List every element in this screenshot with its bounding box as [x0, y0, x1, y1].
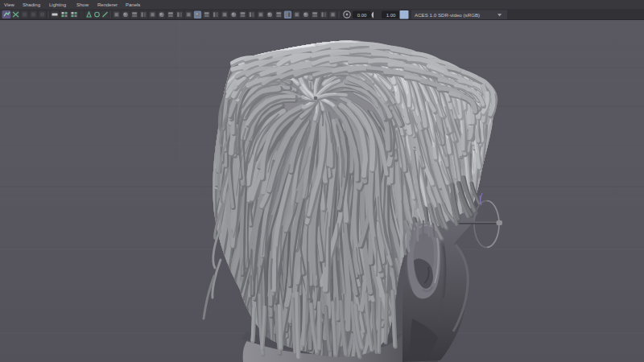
svg-text:View: View [4, 2, 15, 7]
svg-text:Lighting: Lighting [49, 2, 66, 7]
svg-text:ACES 1.0 SDR-video (sRGB): ACES 1.0 SDR-video (sRGB) [415, 12, 480, 18]
svg-text:Show: Show [76, 2, 89, 7]
svg-text:Renderer: Renderer [97, 2, 118, 7]
svg-text:Panels: Panels [126, 2, 140, 7]
svg-text:0.00: 0.00 [357, 13, 367, 18]
svg-text:1.00: 1.00 [386, 13, 396, 18]
svg-text:Shading: Shading [23, 2, 40, 7]
